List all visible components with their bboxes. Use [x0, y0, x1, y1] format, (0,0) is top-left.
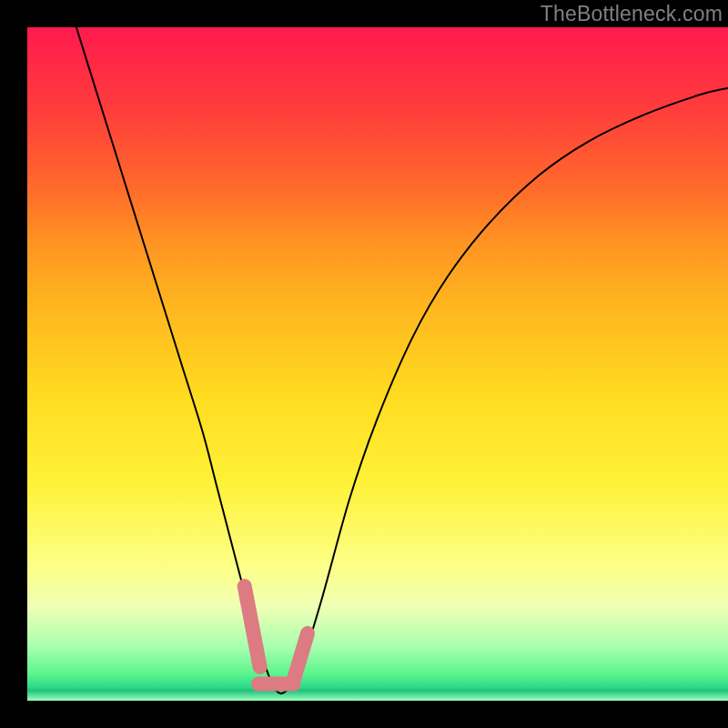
highlight-segment [294, 633, 308, 681]
highlight-segment [245, 586, 260, 667]
plot-area [27, 27, 728, 701]
chart-svg [27, 27, 728, 701]
watermark-text: TheBottleneck.com [541, 2, 723, 26]
bottleneck-curve [76, 27, 728, 693]
highlight-dashes [245, 586, 308, 683]
chart-container: TheBottleneck.com [0, 0, 728, 728]
